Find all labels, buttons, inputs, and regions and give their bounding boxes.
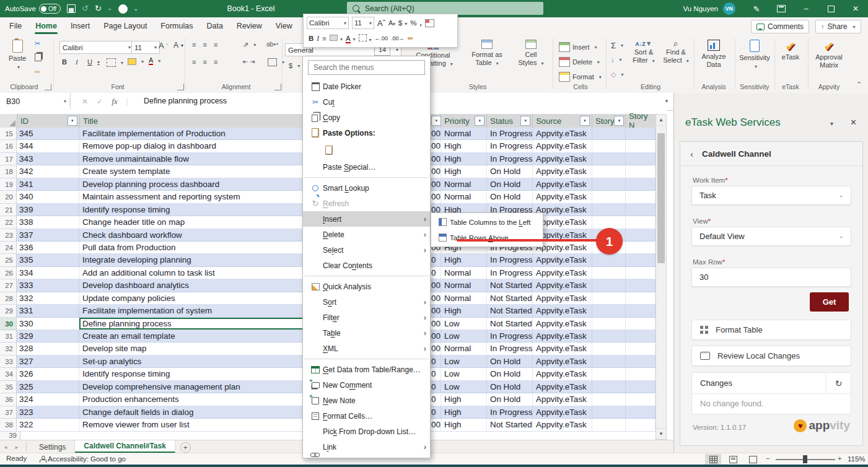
cell-status[interactable]: On Hold xyxy=(487,393,533,406)
menu-item-xml[interactable]: XML › xyxy=(303,341,430,356)
cell-priority[interactable]: Normal xyxy=(441,128,487,140)
cell-hidden[interactable]: 00 xyxy=(431,343,441,355)
filter-icon[interactable] xyxy=(580,116,590,126)
mini-decrease-decimal-icon[interactable]: .00→ xyxy=(391,35,405,41)
cell-id[interactable]: 328 xyxy=(17,343,79,355)
zoom-level[interactable]: 115% xyxy=(848,455,866,463)
sheet-tab-settings[interactable]: Settings xyxy=(30,440,75,453)
cell-status[interactable]: In Progress xyxy=(487,128,533,140)
cell-story[interactable] xyxy=(592,204,626,216)
pane-menu-icon[interactable]: ▾ xyxy=(830,120,833,127)
cell-story[interactable] xyxy=(592,356,626,368)
cell-story-n[interactable] xyxy=(626,254,655,266)
row-number[interactable]: 25 xyxy=(0,254,17,266)
max-row-input[interactable]: 30 xyxy=(691,268,851,287)
redo-icon[interactable]: ↻ xyxy=(95,0,102,17)
row-number[interactable]: 28 xyxy=(0,292,17,305)
cell-source[interactable]: Appvity.eTask xyxy=(533,178,592,191)
row-number[interactable]: 19 xyxy=(0,178,17,191)
cell-status[interactable]: Not Started xyxy=(487,279,533,292)
approval-matrix-button[interactable]: ✔ApprovalMatrix xyxy=(810,40,848,69)
cell-hidden[interactable]: 00 xyxy=(431,318,441,330)
cell-source[interactable]: Appvity.eTask xyxy=(533,292,592,305)
menu-item-paste-special[interactable]: Paste Special… › xyxy=(303,159,430,175)
cell-id[interactable]: 331 xyxy=(17,305,79,317)
menu-item-select[interactable]: Select › xyxy=(303,242,430,258)
cell-priority[interactable]: High xyxy=(441,419,487,431)
row-number[interactable]: 21 xyxy=(0,204,17,216)
cell-story[interactable] xyxy=(592,318,626,330)
enter-formula-icon[interactable]: ✓ xyxy=(97,97,103,106)
format-cells-button[interactable]: Format▾ xyxy=(559,72,602,82)
filter-icon[interactable] xyxy=(475,116,484,126)
cell-story[interactable] xyxy=(592,330,626,343)
cell-priority[interactable]: High xyxy=(441,140,487,152)
cell-story[interactable] xyxy=(592,393,626,406)
cell-hidden[interactable]: 00 xyxy=(431,165,441,178)
cell-id[interactable]: 342 xyxy=(17,165,79,178)
cell-story-n[interactable] xyxy=(626,356,655,368)
share-button[interactable]: ↑ Share ▾ xyxy=(815,20,861,33)
menu-item-pick-list[interactable]: Pick From Drop-down List… › xyxy=(303,424,430,439)
cell-hidden[interactable]: 00 xyxy=(431,153,441,165)
autosave-toggle[interactable]: AutoSave Off xyxy=(5,4,61,14)
cell-priority[interactable]: High xyxy=(441,406,487,419)
cell-hidden[interactable]: 00 xyxy=(431,330,441,343)
cell-hidden[interactable]: 00 xyxy=(431,178,441,191)
cell-source[interactable]: Appvity.eTask xyxy=(533,279,592,292)
cell-status[interactable]: In Progress xyxy=(487,267,533,279)
filter-icon[interactable] xyxy=(431,116,441,126)
customize-toolbar-icon[interactable]: ⌄ xyxy=(134,0,139,17)
cell-hidden[interactable]: 0 xyxy=(431,356,441,368)
cell-story-n[interactable] xyxy=(626,406,655,419)
row-number[interactable]: 27 xyxy=(0,279,17,292)
cell-priority[interactable]: Normal xyxy=(441,343,487,355)
select-all-corner[interactable] xyxy=(0,114,17,128)
accessibility-status[interactable]: Accessibility: Good to go xyxy=(40,455,126,463)
cell-status[interactable]: On Hold xyxy=(487,368,533,380)
menu-item-refresh[interactable]: Refresh › xyxy=(303,196,430,211)
submenu-item-table-columns-left[interactable]: Table Columns to the Left xyxy=(431,214,543,230)
cell-hidden[interactable]: 0 xyxy=(431,267,441,279)
cell-story[interactable] xyxy=(592,178,626,191)
cell-id[interactable]: 325 xyxy=(17,381,79,393)
cell-id[interactable]: 345 xyxy=(17,128,79,140)
menu-item-paste-button[interactable]: › xyxy=(303,141,430,159)
row-number[interactable]: 26 xyxy=(0,267,17,279)
row-number[interactable]: 38 xyxy=(0,419,17,431)
sheet-tab-caldwell[interactable]: Caldwell Channel#Task xyxy=(75,440,175,453)
cell-priority[interactable]: Low xyxy=(441,330,487,343)
expand-formula-bar-icon[interactable]: ▾ xyxy=(660,93,673,110)
menu-item-get-data[interactable]: Get Data from Table/Range… › xyxy=(303,362,430,377)
cancel-formula-icon[interactable]: ✕ xyxy=(82,97,88,106)
mini-bold-button[interactable]: B xyxy=(307,35,313,42)
circle-icon[interactable] xyxy=(118,4,128,14)
font-size-select[interactable]: 11▾ xyxy=(131,41,160,54)
cell-source[interactable]: Appvity.eTask xyxy=(533,381,592,393)
mini-italic-button[interactable]: I xyxy=(317,35,319,42)
cell-story-n[interactable] xyxy=(626,368,655,380)
cell-story-n[interactable] xyxy=(626,153,655,165)
cell-status[interactable]: In Progress xyxy=(487,153,533,165)
menu-item-format-cells[interactable]: Format Cells… › xyxy=(303,408,430,424)
cell-source[interactable]: Appvity.eTask xyxy=(533,318,592,330)
redo-dropdown-icon[interactable]: ⌄ xyxy=(108,0,112,17)
row-number[interactable]: 20 xyxy=(0,191,17,203)
cell-hidden[interactable]: 00 xyxy=(431,140,441,152)
cell-source[interactable]: Appvity.eTask xyxy=(533,153,592,165)
zoom-slider-thumb[interactable] xyxy=(803,455,807,463)
cell-source[interactable]: Appvity.eTask xyxy=(533,140,592,152)
cell-story[interactable] xyxy=(592,140,626,152)
cell-story-n[interactable] xyxy=(626,318,655,330)
cell-source[interactable]: Appvity.eTask xyxy=(533,165,592,178)
submenu-item-table-rows-above[interactable]: Table Rows Above xyxy=(431,230,543,245)
cell-status[interactable]: In Progress xyxy=(487,140,533,152)
cell-hidden[interactable]: 00 xyxy=(431,191,441,203)
cell-priority[interactable]: Low xyxy=(441,368,487,380)
scroll-down-icon[interactable]: ▼ xyxy=(656,428,666,439)
cell-priority[interactable]: High xyxy=(441,153,487,165)
indent-icons[interactable]: ⇤ ⇥ xyxy=(243,58,255,65)
menu-item-smart-lookup[interactable]: Smart Lookup › xyxy=(303,180,430,196)
cell-status[interactable]: Not Started xyxy=(487,419,533,431)
cell-status[interactable]: On Hold xyxy=(487,178,533,191)
